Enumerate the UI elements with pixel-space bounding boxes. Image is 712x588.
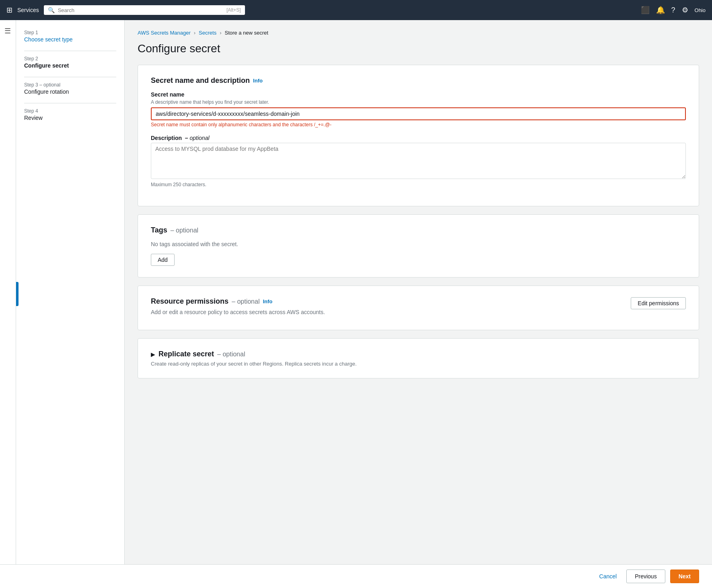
bell-icon[interactable]: 🔔 [656,6,665,14]
secret-name-info-link[interactable]: Info [253,78,263,84]
description-label: Description – optional [151,135,686,141]
nav-step-4: Step 4 Review [24,108,116,121]
action-bar: Cancel Previous Next [0,564,712,588]
settings-icon[interactable]: ⚙ [682,6,688,14]
nav-divider-3 [24,103,116,103]
nav-divider-2 [24,77,116,77]
description-max: Maximum 250 characters. [151,182,686,187]
top-nav: ⊞ Services 🔍 [Alt+S] ⬛ 🔔 ? ⚙ Ohio [0,0,712,20]
breadcrumb-secrets[interactable]: Secrets [199,30,216,36]
description-group: Description – optional Maximum 250 chara… [151,135,686,187]
resource-perm-optional: – optional [232,298,259,305]
resource-perm-desc: Add or edit a resource policy to access … [151,309,325,315]
breadcrumb-separator-1: › [194,30,195,36]
resource-perm-header: Resource permissions – optional Info Add… [151,297,686,315]
search-icon: 🔍 [48,7,55,13]
nav-step-3: Step 3 – optional Configure rotation [24,82,116,95]
resource-perm-info-link[interactable]: Info [263,298,272,304]
secret-name-input[interactable] [151,107,686,120]
region-selector[interactable]: Ohio [695,7,706,13]
breadcrumb-aws-secrets-manager[interactable]: AWS Secrets Manager [138,30,191,36]
step4-label: Step 4 [24,108,116,114]
secret-name-title-text: Secret name and description [151,76,250,85]
search-shortcut: [Alt+S] [226,7,241,13]
main-content: AWS Secrets Manager › Secrets › Store a … [125,20,712,588]
breadcrumb-separator-2: › [220,30,221,36]
secret-name-group: Secret name A descriptive name that help… [151,91,686,127]
secret-name-card-title: Secret name and description Info [151,76,686,85]
edit-permissions-button[interactable]: Edit permissions [631,297,686,309]
step4-text: Review [24,115,116,121]
help-icon[interactable]: ? [671,6,675,14]
secret-name-label: Secret name [151,91,686,98]
tags-optional: – optional [171,227,198,234]
secret-name-hint: A descriptive name that helps you find y… [151,99,686,105]
add-tag-button[interactable]: Add [151,254,175,266]
app-layout: ☰ Step 1 Choose secret type Step 2 Confi… [0,20,712,588]
breadcrumb: AWS Secrets Manager › Secrets › Store a … [138,30,699,36]
resource-permissions-card: Resource permissions – optional Info Add… [138,286,699,330]
step3-text: Configure rotation [24,88,116,95]
resource-perm-title-area: Resource permissions – optional Info Add… [151,297,325,315]
step3-label: Step 3 – optional [24,82,116,88]
description-textarea[interactable] [151,143,686,179]
replicate-secret-header: ▶ Replicate secret – optional [151,350,686,358]
no-tags-text: No tags associated with the secret. [151,241,686,247]
sidebar-toggle[interactable]: ☰ [0,20,16,588]
step1-link[interactable]: Choose secret type [24,36,73,43]
tags-card: Tags – optional No tags associated with … [138,214,699,278]
next-button[interactable]: Next [670,569,699,583]
terminal-icon[interactable]: ⬛ [641,6,650,14]
replicate-title-text: Replicate secret [158,350,214,358]
secret-name-error: Secret name must contain only alphanumer… [151,122,686,127]
tags-title-text: Tags [151,226,167,234]
top-nav-icons: ⬛ 🔔 ? ⚙ Ohio [641,6,706,14]
cancel-button[interactable]: Cancel [595,571,622,582]
breadcrumb-current: Store a new secret [225,30,268,36]
step1-label: Step 1 [24,30,116,35]
hamburger-icon: ☰ [0,27,15,35]
tags-card-title: Tags – optional [151,226,686,234]
search-bar: 🔍 [Alt+S] [44,5,245,15]
replicate-secret-card: ▶ Replicate secret – optional Create rea… [138,338,699,378]
resource-perm-title-text: Resource permissions [151,297,228,306]
secret-name-card: Secret name and description Info Secret … [138,65,699,206]
nav-step-1: Step 1 Choose secret type [24,30,116,43]
page-title: Configure secret [138,42,699,55]
nav-step-2: Step 2 Configure secret [24,56,116,69]
step2-label: Step 2 [24,56,116,62]
previous-button[interactable]: Previous [626,569,665,583]
replicate-optional: – optional [217,351,245,358]
left-nav: Step 1 Choose secret type Step 2 Configu… [16,20,125,588]
services-label[interactable]: Services [17,7,39,13]
feedback-bar [16,282,19,306]
replicate-sub-text: Create read-only replicas of your secret… [151,361,686,367]
search-input[interactable] [58,7,223,13]
replicate-arrow-icon[interactable]: ▶ [151,351,155,358]
resource-perm-title: Resource permissions – optional Info [151,297,325,306]
step2-active: Configure secret [24,62,116,69]
grid-icon[interactable]: ⊞ [6,6,12,14]
nav-divider-1 [24,51,116,51]
